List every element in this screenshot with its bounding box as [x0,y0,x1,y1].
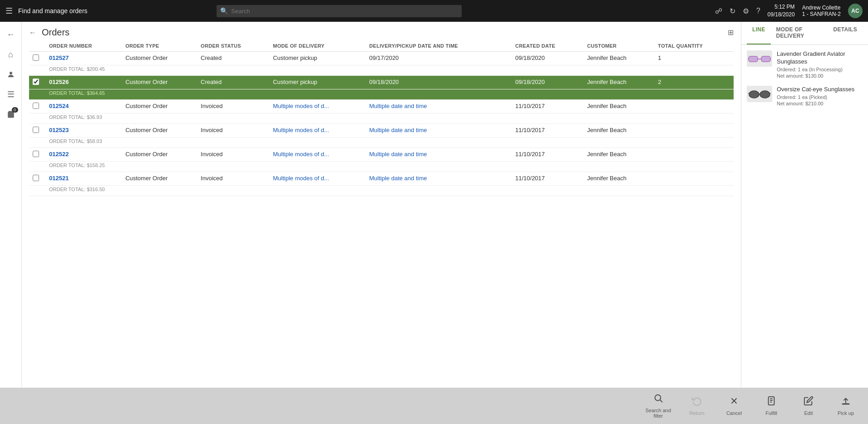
order-total: ORDER TOTAL: $58.03 [45,138,734,148]
total-quantity: 2 [654,76,734,89]
expand-icon[interactable]: ⊞ [728,28,734,37]
order-type: Customer Order [122,124,197,138]
help-icon[interactable]: ? [756,7,760,15]
toolbar-cancel-button[interactable]: Cancel [723,396,745,416]
refresh-icon[interactable]: ↻ [730,7,735,15]
table-row[interactable]: 012527Customer OrderCreatedCustomer pick… [29,52,734,65]
delivery-date-link[interactable]: Multiple date and time [369,175,427,182]
col-delivery-date[interactable]: DELIVERY/PICKUP DATE AND TIME [365,40,512,52]
edit-label: Edit [804,410,813,416]
main-layout: ← ⌂ ☰ 0 ← Orders ⊞ ORDER NUMBER ORDER TY… [0,22,868,388]
bag-badge: 0 [12,107,18,113]
settings-icon[interactable]: ⚙ [743,7,749,15]
fulfill-icon [766,396,776,409]
product-name: Oversize Cat-eye Sunglasses [777,86,863,94]
product-item: Lavender Gradient Aviator SunglassesOrde… [747,50,863,79]
row-checkbox[interactable] [33,54,39,61]
created-date: 11/10/2017 [512,100,583,113]
mode-of-delivery: Multiple modes of d... [269,148,365,162]
table-row[interactable]: 012523Customer OrderInvoicedMultiple mod… [29,124,734,138]
toolbar-edit-button[interactable]: Edit [797,396,820,416]
nav-item-menu[interactable]: ☰ [2,85,20,104]
tab-line[interactable]: LINE [747,22,771,44]
product-image [747,86,772,102]
nav-item-people[interactable] [2,65,20,84]
order-total-row: ORDER TOTAL: $200.45 [29,65,734,76]
svg-rect-3 [761,56,770,62]
row-checkbox[interactable] [33,79,39,85]
created-date: 11/10/2017 [512,148,583,162]
order-total-row: ORDER TOTAL: $36.93 [29,113,734,124]
created-date: 11/10/2017 [512,124,583,138]
order-total: ORDER TOTAL: $200.45 [45,65,734,76]
row-checkbox[interactable] [33,151,39,157]
delivery-date-link[interactable]: Multiple date and time [369,127,427,133]
delivery-date: Multiple date and time [365,172,512,186]
col-total-qty[interactable]: TOTAL QUANTITY [654,40,734,52]
row-checkbox-cell [29,172,45,186]
toolbar-search-filter-button[interactable]: Search and filter [646,393,671,419]
hamburger-icon[interactable]: ☰ [5,6,13,16]
order-total-row: ORDER TOTAL: $316.50 [29,186,734,196]
row-checkbox[interactable] [33,127,39,133]
toolbar-pickup-button[interactable]: Pick up [834,396,857,416]
order-total: ORDER TOTAL: $364.65 [45,89,734,100]
tab-details[interactable]: DETAILS [828,22,863,44]
order-type: Customer Order [122,172,197,186]
search-filter-icon [653,393,663,406]
nav-item-home[interactable]: ⌂ [2,45,20,64]
tab-mode-of-delivery[interactable]: MODE OF DELIVERY [771,22,828,44]
order-number-link[interactable]: 012527 [49,54,69,61]
order-total: ORDER TOTAL: $158.25 [45,162,734,172]
nav-item-back[interactable]: ← [2,25,20,44]
order-total: ORDER TOTAL: $316.50 [45,186,734,196]
row-checkbox-cell [29,76,45,89]
order-type: Customer Order [122,52,197,65]
search-input[interactable] [217,5,462,17]
topbar-title: Find and manage orders [18,7,88,15]
col-order-type[interactable]: ORDER TYPE [122,40,197,52]
order-number-link[interactable]: 012526 [49,79,69,85]
col-order-number[interactable]: ORDER NUMBER [45,40,122,52]
svg-line-10 [748,93,749,94]
table-row[interactable]: 012524Customer OrderInvoicedMultiple mod… [29,100,734,113]
orders-table: ORDER NUMBER ORDER TYPE ORDER STATUS MOD… [29,40,734,196]
table-row[interactable]: 012522Customer OrderInvoicedMultiple mod… [29,148,734,162]
order-number-link[interactable]: 012521 [49,175,69,182]
order-number: 012524 [45,100,122,113]
cancel-label: Cancel [726,410,742,416]
mode-link[interactable]: Multiple modes of d... [273,127,329,133]
order-number-link[interactable]: 012522 [49,151,69,158]
nav-item-bag[interactable]: 0 [2,105,20,123]
created-date: 09/18/2020 [512,76,583,89]
back-button[interactable]: ← [29,29,36,37]
delivery-date-link[interactable]: Multiple date and time [369,151,427,158]
chat-icon[interactable]: ☍ [715,7,722,15]
col-customer[interactable]: CUSTOMER [583,40,654,52]
table-row[interactable]: 012526Customer OrderCreatedCustomer pick… [29,76,734,89]
order-type: Customer Order [122,148,197,162]
search-wrap: 🔍 [217,5,462,17]
table-row[interactable]: 012521Customer OrderInvoicedMultiple mod… [29,172,734,186]
col-created-date[interactable]: CREATED DATE [512,40,583,52]
svg-point-12 [655,395,661,401]
toolbar-fulfill-button[interactable]: Fulfill [760,396,783,416]
mode-link[interactable]: Multiple modes of d... [273,103,329,109]
row-checkbox-cell [29,148,45,162]
mode-link[interactable]: Multiple modes of d... [273,175,329,182]
product-item: Oversize Cat-eye SunglassesOrdered: 1 ea… [747,86,863,106]
order-number-link[interactable]: 012524 [49,103,69,109]
order-number-link[interactable]: 012523 [49,127,69,133]
mode-link[interactable]: Multiple modes of d... [273,151,329,158]
mode-of-delivery: Multiple modes of d... [269,172,365,186]
return-icon [692,396,702,409]
col-order-status[interactable]: ORDER STATUS [197,40,269,52]
customer-name: Jennifer Beach [583,124,654,138]
row-checkbox[interactable] [33,175,39,181]
delivery-date-link[interactable]: Multiple date and time [369,103,427,109]
delivery-date: 09/17/2020 [365,52,512,65]
order-number: 012527 [45,52,122,65]
row-checkbox[interactable] [33,103,39,109]
col-mode-delivery[interactable]: MODE OF DELIVERY [269,40,365,52]
row-checkbox-cell [29,100,45,113]
